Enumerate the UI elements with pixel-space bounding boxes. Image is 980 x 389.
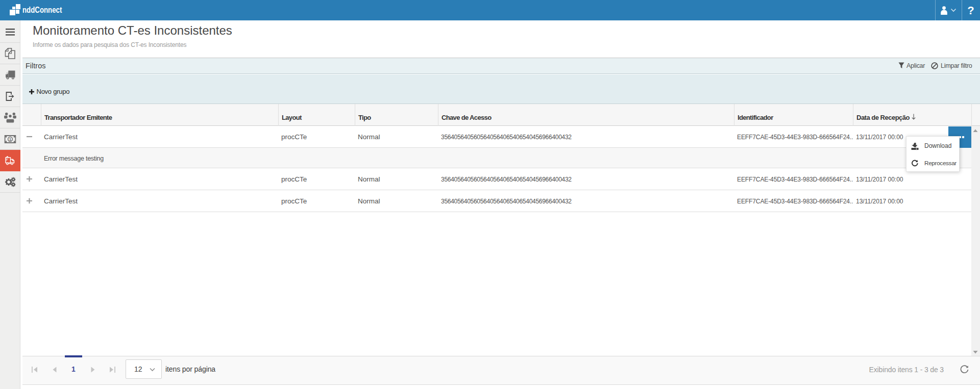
- svg-text:1: 1: [9, 137, 12, 141]
